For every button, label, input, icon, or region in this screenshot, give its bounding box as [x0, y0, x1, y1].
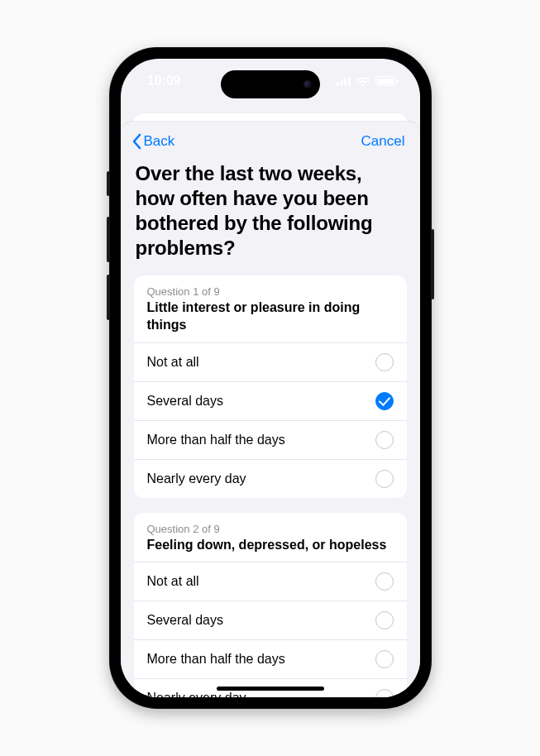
silent-switch: [107, 171, 110, 196]
power-button: [431, 229, 434, 299]
question-header: Question 1 of 9 Little interest or pleas…: [134, 275, 407, 343]
status-right: [337, 76, 397, 87]
radio-icon: [375, 689, 394, 697]
option-nearly-every-day[interactable]: Nearly every day: [134, 460, 407, 498]
phone-frame: 10:09: [109, 47, 432, 709]
radio-icon: [375, 470, 394, 488]
option-not-at-all[interactable]: Not at all: [134, 562, 407, 601]
question-title: Little interest or pleasure in doing thi…: [147, 299, 394, 334]
page-title: Over the last two weeks, how often have …: [134, 156, 407, 275]
dynamic-island: [221, 70, 320, 98]
radio-icon: [375, 392, 394, 410]
option-several-days[interactable]: Several days: [134, 382, 407, 421]
volume-down-button: [107, 275, 110, 320]
option-label: Several days: [147, 394, 224, 409]
radio-icon: [375, 650, 394, 668]
status-time: 10:09: [147, 74, 181, 89]
option-label: More than half the days: [147, 433, 285, 447]
cellular-icon: [337, 77, 351, 86]
content-scroll[interactable]: Over the last two weeks, how often have …: [121, 156, 420, 697]
option-label: Not at all: [147, 574, 199, 589]
question-counter: Question 2 of 9: [147, 523, 394, 535]
back-label: Back: [144, 133, 175, 150]
option-label: Nearly every day: [147, 691, 246, 697]
question-card: Question 1 of 9 Little interest or pleas…: [134, 275, 407, 498]
option-label: Not at all: [147, 355, 199, 370]
radio-icon: [375, 611, 394, 629]
question-title: Feeling down, depressed, or hopeless: [147, 537, 394, 554]
option-more-than-half[interactable]: More than half the days: [134, 421, 407, 460]
radio-icon: [375, 353, 394, 371]
option-label: Nearly every day: [147, 471, 246, 486]
chevron-left-icon: [131, 133, 142, 150]
screen: 10:09: [121, 59, 420, 697]
volume-up-button: [107, 217, 110, 262]
back-button[interactable]: Back: [131, 133, 175, 150]
question-counter: Question 1 of 9: [147, 285, 394, 298]
option-not-at-all[interactable]: Not at all: [134, 343, 407, 382]
question-card: Question 2 of 9 Feeling down, depressed,…: [134, 513, 407, 697]
battery-icon: [375, 76, 397, 86]
option-label: Several days: [147, 613, 224, 628]
option-label: More than half the days: [147, 652, 285, 667]
modal-sheet: Back Cancel Over the last two weeks, how…: [121, 122, 420, 697]
option-more-than-half[interactable]: More than half the days: [134, 640, 407, 679]
question-header: Question 2 of 9 Feeling down, depressed,…: [134, 513, 407, 563]
radio-icon: [375, 431, 394, 449]
radio-icon: [375, 572, 394, 591]
option-several-days[interactable]: Several days: [134, 601, 407, 640]
home-indicator[interactable]: [217, 687, 324, 691]
nav-bar: Back Cancel: [121, 122, 420, 156]
wifi-icon: [356, 76, 370, 87]
cancel-button[interactable]: Cancel: [361, 133, 405, 150]
